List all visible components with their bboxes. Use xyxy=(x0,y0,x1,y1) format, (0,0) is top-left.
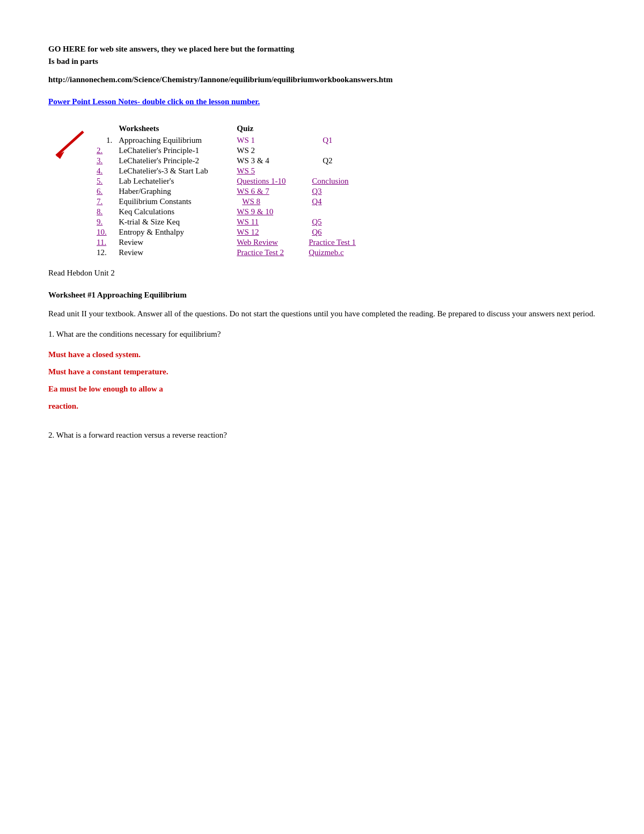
answer-line-1: Must have a closed system. xyxy=(48,348,596,361)
row-ws-7[interactable]: WS 8 xyxy=(237,197,306,207)
row-num-link-4[interactable]: 4. xyxy=(97,166,103,175)
row-ws-8[interactable]: WS 9 & 10 xyxy=(237,207,306,217)
worksheet-title: Worksheet #1 Approaching Equilibrium xyxy=(48,291,596,300)
q3-link[interactable]: Q3 xyxy=(312,187,321,195)
header-extra xyxy=(306,124,376,135)
header-worksheets: Worksheets xyxy=(119,124,237,135)
table-row: 8. Keq Calculations WS 9 & 10 xyxy=(97,207,376,217)
answer-line-3: Ea must be low enough to allow a xyxy=(48,382,596,395)
row-ws-2: WS 2 xyxy=(237,146,306,156)
row-lesson-9: K-trial & Size Keq xyxy=(119,217,237,227)
row-num-12: 12. xyxy=(97,248,119,258)
questions-link[interactable]: Questions 1-10 xyxy=(237,177,286,185)
lessons-table: Worksheets Quiz 1. Approaching Equilibri… xyxy=(97,124,376,258)
row-num-link-5[interactable]: 5. xyxy=(97,177,103,185)
row-quiz-6[interactable]: Q3 xyxy=(306,186,376,197)
row-ws-4[interactable]: WS 5 xyxy=(237,166,306,176)
answer-line-2: Must have a constant temperature. xyxy=(48,365,596,378)
ws67-link[interactable]: WS 6 & 7 xyxy=(237,187,269,195)
row-num-7: 7. xyxy=(97,197,119,207)
table-header-row: Worksheets Quiz xyxy=(97,124,376,135)
row-quiz-4 xyxy=(306,166,376,176)
web-review-link[interactable]: Web Review xyxy=(237,238,278,246)
row-num-9: 9. xyxy=(97,217,119,227)
practice-test-2-link[interactable]: Practice Test 2 xyxy=(237,248,284,257)
table-row: 2. LeChatelier's Principle-1 WS 2 xyxy=(97,146,376,156)
row-num-link-2[interactable]: 2. xyxy=(97,146,103,155)
q5-link[interactable]: Q5 xyxy=(312,217,321,226)
table-row: 12. Review Practice Test 2 Quizmeb.c xyxy=(97,248,376,258)
row-quiz-8 xyxy=(306,207,376,217)
row-num-link-10[interactable]: 10. xyxy=(97,228,107,236)
row-ws-9[interactable]: WS 11 xyxy=(237,217,306,227)
row-quiz-1: Q1 xyxy=(306,135,376,146)
row-ws-11[interactable]: Web Review xyxy=(237,237,306,248)
table-row: 7. Equilibrium Constants WS 8 Q4 xyxy=(97,197,376,207)
ws5-link[interactable]: WS 5 xyxy=(237,166,255,175)
table-row: 10. Entropy & Enthalpy WS 12 Q6 xyxy=(97,227,376,237)
row-ws-10[interactable]: WS 12 xyxy=(237,227,306,237)
svg-line-0 xyxy=(56,132,83,156)
ws8-link[interactable]: WS 8 xyxy=(242,197,260,206)
row-quiz-9[interactable]: Q5 xyxy=(306,217,376,227)
table-row: 5. Lab Lechatelier's Questions 1-10 Conc… xyxy=(97,176,376,186)
row-lesson-7: Equilibrium Constants xyxy=(119,197,237,207)
row-lesson-10: Entropy & Enthalpy xyxy=(119,227,237,237)
table-row: 1. Approaching Equilibrium WS 1 Q1 xyxy=(97,135,376,146)
ws910-link[interactable]: WS 9 & 10 xyxy=(237,207,273,216)
row-num-10: 10. xyxy=(97,227,119,237)
row-num-11: 11. xyxy=(97,237,119,248)
row-lesson-5: Lab Lechatelier's xyxy=(119,176,237,186)
table-row: 11. Review Web Review Practice Test 1 xyxy=(97,237,376,248)
row-num-link-9[interactable]: 9. xyxy=(97,217,103,226)
q4-link[interactable]: Q4 xyxy=(312,197,321,206)
quizmeb-link[interactable]: Quizmeb.c xyxy=(309,248,343,257)
table-container: Worksheets Quiz 1. Approaching Equilibri… xyxy=(48,124,596,258)
table-row: 4. LeChatelier's-3 & Start Lab WS 5 xyxy=(97,166,376,176)
row-num-4: 4. xyxy=(97,166,119,176)
question-2-text: 2. What is a forward reaction versus a r… xyxy=(48,429,596,441)
row-lesson-12: Review xyxy=(119,248,237,258)
question-1-text: 1. What are the conditions necessary for… xyxy=(48,328,596,340)
row-quiz-10[interactable]: Q6 xyxy=(306,227,376,237)
row-quiz-3: Q2 xyxy=(306,156,376,166)
ws12-link[interactable]: WS 12 xyxy=(237,228,259,236)
row-num-link-8[interactable]: 8. xyxy=(97,207,103,216)
powerpoint-link[interactable]: Power Point Lesson Notes- double click o… xyxy=(48,96,596,108)
row-lesson-8: Keq Calculations xyxy=(119,207,237,217)
arrow-icon xyxy=(48,129,91,161)
q6-link[interactable]: Q6 xyxy=(312,228,321,236)
row-quiz-11[interactable]: Practice Test 1 xyxy=(306,237,376,248)
row-num-link-3[interactable]: 3. xyxy=(97,156,103,165)
row-lesson-11: Review xyxy=(119,237,237,248)
table-row: 3. LeChatelier's Principle-2 WS 3 & 4 Q2 xyxy=(97,156,376,166)
row-num-link-11[interactable]: 11. xyxy=(97,238,106,246)
intro-text: GO HERE for web site answers, they we pl… xyxy=(48,43,596,67)
row-num-8: 8. xyxy=(97,207,119,217)
table-row: 6. Haber/Graphing WS 6 & 7 Q3 xyxy=(97,186,376,197)
ws11-link[interactable]: WS 11 xyxy=(237,217,259,226)
row-ws-3: WS 3 & 4 xyxy=(237,156,306,166)
row-num-link-6[interactable]: 6. xyxy=(97,187,103,195)
row-num-6: 6. xyxy=(97,186,119,197)
row-ws-12[interactable]: Practice Test 2 xyxy=(237,248,306,258)
practice-test-1-link[interactable]: Practice Test 1 xyxy=(309,238,356,246)
row-ws-1: WS 1 xyxy=(237,135,306,146)
row-num-2: 2. xyxy=(97,146,119,156)
row-quiz-12[interactable]: Quizmeb.c xyxy=(306,248,376,258)
row-ws-5[interactable]: Questions 1-10 xyxy=(237,176,306,186)
row-quiz-7[interactable]: Q4 xyxy=(306,197,376,207)
row-num-link-7[interactable]: 7. xyxy=(97,197,103,206)
row-quiz-2 xyxy=(306,146,376,156)
header-quiz: Quiz xyxy=(237,124,306,135)
row-quiz-5[interactable]: Conclusion xyxy=(306,176,376,186)
arrow-area xyxy=(48,124,97,163)
table-row: 9. K-trial & Size Keq WS 11 Q5 xyxy=(97,217,376,227)
row-num-5: 5. xyxy=(97,176,119,186)
read-hebdon: Read Hebdon Unit 2 xyxy=(48,269,596,278)
header-num xyxy=(97,124,119,135)
row-lesson-6: Haber/Graphing xyxy=(119,186,237,197)
row-ws-6[interactable]: WS 6 & 7 xyxy=(237,186,306,197)
row-lesson-3: LeChatelier's Principle-2 xyxy=(119,156,237,166)
conclusion-link[interactable]: Conclusion xyxy=(312,177,348,185)
